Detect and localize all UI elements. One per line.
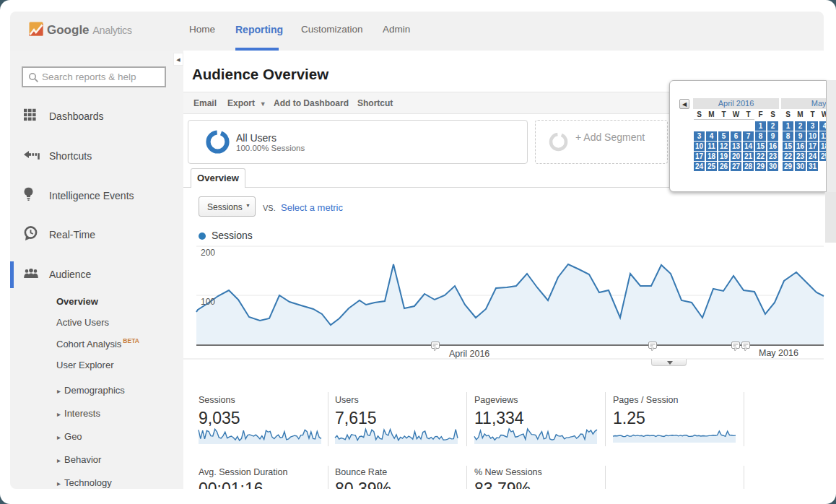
svg-text:May 2016: May 2016	[759, 348, 798, 358]
svg-text:Sessions: Sessions	[212, 230, 253, 241]
svg-text:200: 200	[201, 248, 215, 258]
svg-text:April 2016: April 2016	[449, 349, 489, 359]
svg-text:100: 100	[201, 297, 215, 307]
